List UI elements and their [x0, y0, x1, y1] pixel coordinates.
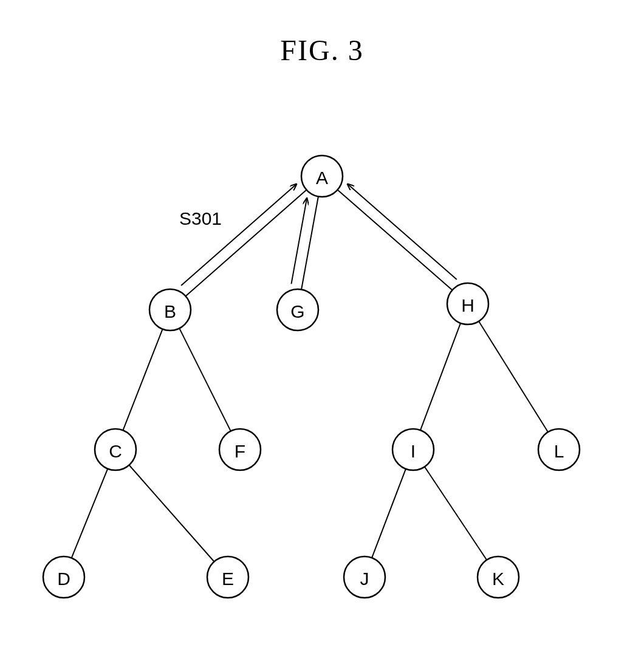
- edge-H-I: [420, 323, 461, 430]
- node-label-L: L: [554, 441, 564, 461]
- arrow-label-S301: S301: [179, 208, 222, 228]
- node-label-B: B: [164, 301, 176, 321]
- node-label-I: I: [411, 441, 416, 461]
- edge-B-F: [179, 328, 231, 431]
- node-label-D: D: [57, 569, 70, 589]
- edge-A-H: [338, 190, 453, 290]
- node-label-F: F: [235, 441, 245, 461]
- node-label-H: H: [461, 295, 474, 315]
- node-label-G: G: [290, 301, 304, 321]
- edge-C-D: [72, 469, 108, 558]
- node-label-J: J: [360, 569, 369, 589]
- edge-B-C: [123, 329, 162, 431]
- edge-H-L: [479, 321, 548, 432]
- arrow-H-A: [348, 184, 457, 279]
- edge-C-E: [129, 465, 214, 562]
- node-label-A: A: [316, 168, 328, 188]
- tree-diagram: ABGHCFILDEJK S301: [0, 0, 644, 664]
- edge-A-B: [186, 190, 307, 296]
- arrow-B-A: [181, 184, 296, 286]
- node-label-E: E: [222, 569, 234, 589]
- node-label-C: C: [109, 441, 122, 461]
- node-label-K: K: [492, 569, 504, 589]
- edge-I-J: [372, 469, 406, 558]
- edge-I-K: [425, 467, 487, 560]
- edge-A-G: [301, 196, 318, 289]
